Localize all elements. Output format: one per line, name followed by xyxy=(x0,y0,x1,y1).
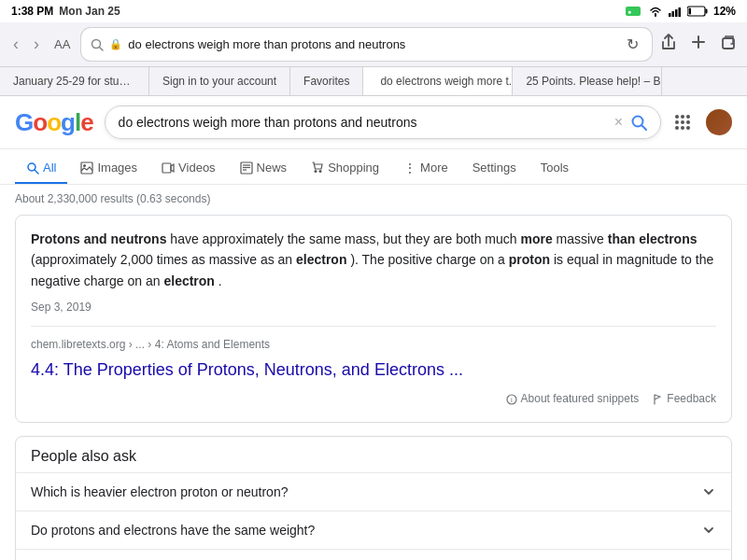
search-tab-shopping[interactable]: Shopping xyxy=(300,153,390,184)
paa-question-0: Which is heavier electron proton or neut… xyxy=(31,484,288,499)
svg-line-10 xyxy=(100,47,104,50)
share-button[interactable] xyxy=(659,33,678,56)
search-bar[interactable]: × xyxy=(105,105,661,139)
svg-point-25 xyxy=(681,126,684,130)
svg-point-19 xyxy=(681,115,684,119)
snippet-source: chem.libretexts.org › ... › 4: Atoms and… xyxy=(31,326,716,383)
svg-line-28 xyxy=(35,170,38,174)
tab-signin[interactable]: Sign in to your account xyxy=(149,67,290,95)
tab-jan[interactable]: January 25-29 for students xyxy=(0,67,149,95)
videos-icon xyxy=(162,161,175,175)
reader-mode-button[interactable]: AA xyxy=(50,35,74,53)
tabs-bar: January 25-29 for students Sign in to yo… xyxy=(0,67,747,96)
svg-point-23 xyxy=(686,120,690,124)
shopping-icon xyxy=(311,161,324,175)
browser-toolbar: ‹ › AA 🔒 do electrons weigh more than pr… xyxy=(0,22,747,67)
svg-rect-4 xyxy=(675,9,678,17)
snippet-bold-electron2: electron xyxy=(163,273,214,288)
results-area: About 2,330,000 results (0.63 seconds) P… xyxy=(0,185,747,560)
about-snippets-link[interactable]: i About featured snippets xyxy=(506,390,640,408)
tab-electrons[interactable]: do electrons weigh more t... xyxy=(363,67,513,95)
search-tabs: All Images Videos News xyxy=(0,149,747,185)
svg-point-20 xyxy=(686,115,690,119)
search-tab-news[interactable]: News xyxy=(229,153,299,184)
new-tab-icon xyxy=(689,33,708,51)
paa-question-1: Do protons and electrons have the same w… xyxy=(31,523,315,538)
about-snippets-label: About featured snippets xyxy=(521,390,640,408)
search-tab-more-label: More xyxy=(420,161,448,175)
battery-icon xyxy=(687,6,708,17)
feedback-flag-icon xyxy=(652,394,663,405)
svg-text:i: i xyxy=(511,396,513,404)
search-tab-images[interactable]: Images xyxy=(69,153,148,184)
search-tab-tools[interactable]: Tools xyxy=(529,153,580,184)
search-tab-more[interactable]: ⋮ More xyxy=(392,153,459,184)
tab-electrons-label: do electrons weigh more t... xyxy=(380,75,513,88)
tab-jan-label: January 25-29 for students xyxy=(13,75,135,88)
tab-favorites[interactable]: Favorites xyxy=(290,67,363,95)
snippet-text6: . xyxy=(218,273,222,288)
svg-rect-7 xyxy=(705,9,707,14)
snippet-footer: i About featured snippets Feedback xyxy=(31,390,716,408)
paa-item-2[interactable]: Why are protons and neutrons heavier tha… xyxy=(16,549,731,560)
search-clear-button[interactable]: × xyxy=(614,114,623,131)
page-content: Google × xyxy=(0,96,747,560)
url-bar[interactable]: 🔒 do electrons weigh more than protons a… xyxy=(81,28,652,61)
images-icon xyxy=(80,161,93,175)
people-also-ask-box: People also ask Which is heavier electro… xyxy=(15,436,732,560)
back-button[interactable]: ‹ xyxy=(9,33,22,56)
snippet-bold-protons: Protons and neutrons xyxy=(31,231,166,246)
user-avatar[interactable] xyxy=(706,109,732,135)
tab-favorites-label: Favorites xyxy=(303,75,349,88)
new-tab-button[interactable] xyxy=(689,33,708,56)
results-count: About 2,330,000 results (0.63 seconds) xyxy=(15,192,732,205)
svg-rect-3 xyxy=(671,11,674,17)
svg-rect-31 xyxy=(162,163,171,173)
wifi-icon xyxy=(648,6,663,17)
search-tab-more-icon: ⋮ xyxy=(403,161,416,175)
search-tab-settings-label: Settings xyxy=(472,161,516,175)
google-header: Google × xyxy=(0,96,747,149)
snippet-text3: (approximately 2,000 times as massive as… xyxy=(31,252,296,267)
snippet-feedback-link[interactable]: Feedback xyxy=(652,390,716,408)
svg-text:●: ● xyxy=(627,8,631,15)
snippet-source-url: chem.libretexts.org › ... › 4: Atoms and… xyxy=(31,336,716,354)
search-tab-all[interactable]: All xyxy=(15,153,67,184)
search-tab-videos[interactable]: Videos xyxy=(150,153,227,184)
status-time: 1:38 PM xyxy=(11,5,53,18)
signal-icon xyxy=(669,6,682,17)
google-logo: Google xyxy=(15,108,93,137)
search-input[interactable] xyxy=(119,115,607,130)
search-tab-settings[interactable]: Settings xyxy=(461,153,528,184)
featured-snippet: Protons and neutrons have approximately … xyxy=(15,215,732,423)
search-url-icon xyxy=(91,38,104,51)
paa-title: People also ask xyxy=(16,437,731,472)
tabs-button[interactable] xyxy=(719,33,738,56)
svg-point-26 xyxy=(686,126,690,130)
svg-rect-5 xyxy=(678,7,681,17)
svg-point-22 xyxy=(681,120,684,124)
reload-button[interactable]: ↻ xyxy=(623,34,642,55)
forward-button[interactable]: › xyxy=(30,33,43,56)
paa-item-0[interactable]: Which is heavier electron proton or neut… xyxy=(16,472,731,511)
tabs-icon xyxy=(719,33,738,51)
tab-25points[interactable]: 25 Points. Please help! – Br... xyxy=(513,67,662,95)
snippet-text: Protons and neutrons have approximately … xyxy=(31,229,716,291)
paa-item-1[interactable]: Do protons and electrons have the same w… xyxy=(16,511,731,549)
toolbar-actions xyxy=(659,33,738,56)
battery-text: 12% xyxy=(713,5,736,18)
search-icon[interactable] xyxy=(630,114,647,131)
snippet-source-title[interactable]: 4.4: The Properties of Protons, Neutrons… xyxy=(31,357,716,384)
all-search-icon xyxy=(26,161,39,175)
status-bar: 1:38 PM Mon Jan 25 ● 12% xyxy=(0,0,747,22)
snippet-bold-than-electrons: than electrons xyxy=(608,231,698,246)
search-tab-news-label: News xyxy=(257,161,288,175)
search-tab-images-label: Images xyxy=(97,161,137,175)
search-tab-tools-label: Tools xyxy=(541,161,569,175)
apps-grid-icon[interactable] xyxy=(672,112,693,133)
snippet-text1: have approximately the same mass, but th… xyxy=(170,231,520,246)
tab-25points-label: 25 Points. Please help! – Br... xyxy=(526,75,662,88)
svg-line-17 xyxy=(642,126,647,131)
news-icon xyxy=(240,161,253,175)
snippet-text4: ). The positive charge on a xyxy=(350,252,508,267)
